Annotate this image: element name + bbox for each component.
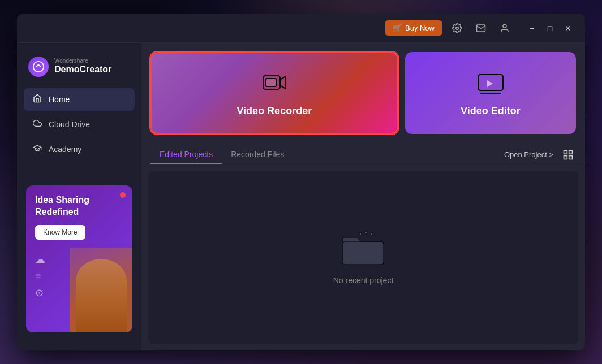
- app-logo-icon: [28, 57, 49, 77]
- title-bar-actions: 🛒 Buy Now: [385, 19, 576, 37]
- right-panel: Video Recorder Video Editor: [141, 43, 585, 350]
- title-bar: 🛒 Buy Now: [17, 14, 585, 43]
- product-name: DemoCreator: [54, 64, 111, 76]
- tab-edited-projects[interactable]: Edited Projects: [150, 145, 222, 164]
- buy-now-button[interactable]: 🛒 Buy Now: [385, 20, 442, 36]
- promo-person: [70, 248, 132, 332]
- svg-rect-8: [569, 150, 573, 154]
- no-project-text: No recent project: [333, 276, 394, 285]
- mail-button[interactable]: [472, 19, 490, 37]
- promo-content: Idea Sharing Redefined Know More: [26, 185, 132, 249]
- sidebar: Wondershare DemoCreator Home: [17, 43, 141, 350]
- grid-view-button[interactable]: [560, 147, 576, 163]
- tabs-bar: Edited Projects Recorded Files Open Proj…: [141, 141, 585, 164]
- account-button[interactable]: [496, 19, 514, 37]
- hero-cards: Video Recorder Video Editor: [141, 43, 585, 141]
- cloud-icon: [32, 119, 43, 130]
- video-recorder-card[interactable]: Video Recorder: [150, 52, 398, 134]
- brand-name: Wondershare: [54, 58, 111, 64]
- svg-point-0: [456, 27, 459, 29]
- academy-label: Academy: [49, 145, 81, 154]
- video-editor-title: Video Editor: [461, 105, 521, 117]
- video-recorder-icon: [260, 69, 289, 98]
- main-content: Wondershare DemoCreator Home: [17, 43, 585, 350]
- home-icon: [32, 94, 43, 105]
- minimize-button[interactable]: −: [524, 20, 540, 36]
- know-more-button[interactable]: Know More: [35, 225, 85, 240]
- svg-rect-4: [266, 79, 276, 86]
- svg-point-14: [371, 233, 373, 235]
- svg-rect-11: [343, 242, 384, 265]
- app-window: 🛒 Buy Now: [17, 14, 585, 350]
- promo-title: Idea Sharing Redefined: [35, 194, 123, 218]
- svg-point-12: [359, 233, 362, 235]
- svg-point-2: [33, 62, 44, 72]
- sidebar-item-cloud-drive[interactable]: Cloud Drive: [24, 113, 135, 136]
- sidebar-item-academy[interactable]: Academy: [24, 138, 135, 161]
- tab-recorded-files[interactable]: Recorded Files: [222, 145, 293, 164]
- home-label: Home: [49, 95, 70, 104]
- maximize-button[interactable]: □: [542, 20, 558, 36]
- projects-area: No recent project: [148, 171, 578, 344]
- empty-folder-icon: [341, 231, 386, 267]
- sidebar-item-home[interactable]: Home: [24, 88, 135, 111]
- open-project-link[interactable]: Open Project >: [504, 150, 553, 159]
- video-editor-icon: [476, 69, 505, 98]
- svg-rect-10: [569, 155, 573, 159]
- window-controls: − □ ✕: [524, 20, 576, 36]
- video-recorder-title: Video Recorder: [236, 105, 312, 117]
- svg-point-13: [365, 232, 367, 234]
- logo-area: Wondershare DemoCreator: [17, 52, 141, 88]
- cart-icon: 🛒: [393, 24, 402, 32]
- buy-now-label: Buy Now: [405, 24, 435, 32]
- graduation-icon: [32, 144, 43, 155]
- svg-rect-9: [564, 155, 567, 159]
- promo-card: Idea Sharing Redefined Know More ☁ ≡ ⊙: [26, 185, 132, 332]
- nav-items: Home Cloud Drive: [17, 88, 141, 161]
- tabs-right: Open Project >: [504, 147, 576, 163]
- svg-rect-7: [564, 150, 567, 154]
- video-editor-card[interactable]: Video Editor: [405, 52, 576, 134]
- close-button[interactable]: ✕: [560, 20, 576, 36]
- cloud-drive-label: Cloud Drive: [49, 120, 90, 129]
- settings-button[interactable]: [448, 19, 466, 37]
- logo-text: Wondershare DemoCreator: [54, 58, 111, 76]
- svg-point-1: [503, 24, 506, 28]
